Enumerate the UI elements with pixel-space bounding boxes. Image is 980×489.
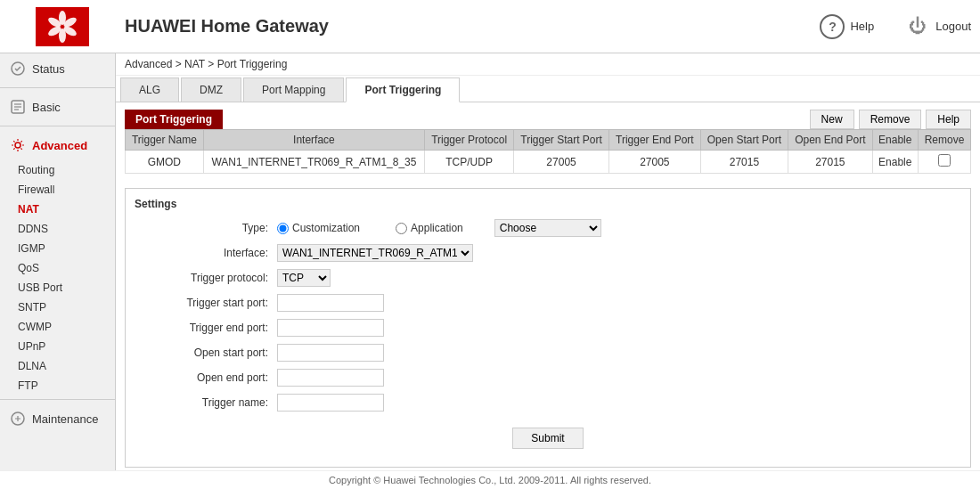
trigger-name-label: Trigger name:: [135, 396, 277, 409]
settings-title: Settings: [135, 198, 961, 210]
col-trigger-protocol: Trigger Protocol: [425, 130, 514, 151]
interface-row: Interface: WAN1_INTERNET_TR069_R_ATM1_8_…: [135, 244, 961, 262]
cell-open-start: 27015: [700, 151, 788, 174]
type-application-option[interactable]: Application: [396, 222, 463, 234]
col-enable: Enable: [872, 130, 918, 151]
trigger-end-port-row: Trigger end port:: [135, 319, 961, 337]
cell-interface: WAN1_INTERNET_TR069_R_ATM1_8_35: [203, 151, 424, 174]
trigger-name-row: Trigger name:: [135, 394, 961, 412]
cell-trigger-end: 27005: [608, 151, 700, 174]
sidebar-sub-routing[interactable]: Routing: [0, 160, 115, 180]
type-application-label: Application: [411, 222, 463, 234]
trigger-protocol-control: TCP UDP TCP/UDP: [277, 269, 961, 287]
main-layout: Status Basic Advanced Routing Firewall N…: [0, 53, 980, 489]
open-end-port-control: [277, 369, 961, 387]
submit-area: Submit: [135, 419, 961, 458]
sidebar-sub-upnp[interactable]: UPnP: [0, 337, 115, 356]
table-area: Port Triggering New Remove Help Trigger …: [116, 102, 980, 181]
sidebar-sub-usb-port[interactable]: USB Port: [0, 278, 115, 297]
tab-port-mapping[interactable]: Port Mapping: [243, 77, 344, 102]
logout-button[interactable]: ⏻ Logout: [905, 14, 971, 39]
type-row: Type: Customization Application Choose: [135, 219, 961, 237]
tab-alg[interactable]: ALG: [120, 77, 179, 102]
trigger-start-port-label: Trigger start port:: [135, 297, 277, 309]
type-control: Customization Application Choose: [277, 219, 961, 237]
help-button[interactable]: ? Help: [820, 14, 874, 39]
sidebar-advanced-label: Advanced: [32, 139, 87, 152]
type-application-radio[interactable]: [396, 223, 407, 234]
breadcrumb: Advanced > NAT > Port Triggering: [116, 53, 980, 76]
sidebar-status-label: Status: [32, 62, 65, 76]
trigger-start-port-input[interactable]: [277, 294, 384, 312]
cell-enable: Enable: [872, 151, 918, 174]
type-customization-radio[interactable]: [277, 223, 289, 234]
sidebar-maintenance-label: Maintenance: [32, 412, 98, 426]
submit-button[interactable]: Submit: [512, 428, 583, 449]
sidebar-sub-ddns[interactable]: DDNS: [0, 219, 115, 239]
table-body: GMOD WAN1_INTERNET_TR069_R_ATM1_8_35 TCP…: [126, 151, 971, 174]
help-table-button[interactable]: Help: [926, 110, 971, 129]
open-start-port-input[interactable]: [277, 344, 384, 362]
trigger-name-input[interactable]: [277, 394, 384, 412]
footer: Copyright © Huawei Technologies Co., Ltd…: [0, 470, 980, 489]
huawei-logo: [36, 7, 89, 46]
breadcrumb-advanced[interactable]: Advanced: [125, 58, 172, 70]
type-customization-option[interactable]: Customization: [277, 222, 360, 234]
trigger-end-port-input[interactable]: [277, 319, 384, 337]
sidebar-sub-firewall[interactable]: Firewall: [0, 180, 115, 200]
action-buttons: New Remove Help: [810, 110, 971, 129]
col-open-end-port: Open End Port: [788, 130, 872, 151]
sidebar-item-basic[interactable]: Basic: [0, 92, 115, 122]
section-title: Port Triggering: [125, 110, 223, 129]
sidebar-sub-sntp[interactable]: SNTP: [0, 297, 115, 317]
sidebar-basic-label: Basic: [32, 101, 61, 114]
open-end-port-input[interactable]: [277, 369, 384, 387]
app-title: HUAWEI Home Gateway: [125, 16, 820, 37]
trigger-protocol-label: Trigger protocol:: [135, 272, 277, 284]
interface-label: Interface:: [135, 247, 277, 259]
breadcrumb-sep2: >: [208, 58, 216, 70]
sidebar-sub-dlna[interactable]: DLNA: [0, 356, 115, 376]
breadcrumb-nat[interactable]: NAT: [184, 58, 205, 70]
sidebar-sub-qos[interactable]: QoS: [0, 258, 115, 278]
open-end-port-label: Open end port:: [135, 371, 277, 384]
col-trigger-name: Trigger Name: [126, 130, 204, 151]
svg-point-12: [15, 143, 20, 148]
logout-label: Logout: [935, 20, 971, 33]
maintenance-icon: [9, 410, 27, 428]
tab-port-triggering[interactable]: Port Triggering: [346, 77, 460, 102]
sidebar-item-maintenance[interactable]: Maintenance: [0, 403, 115, 434]
remove-checkbox[interactable]: [938, 154, 951, 167]
sidebar-sub-igmp[interactable]: IGMP: [0, 239, 115, 258]
cell-remove-checkbox[interactable]: [919, 151, 971, 174]
tab-dmz[interactable]: DMZ: [181, 77, 241, 102]
new-button[interactable]: New: [810, 110, 854, 129]
table-header-bar: Port Triggering New Remove Help: [125, 110, 971, 129]
cell-trigger-name: GMOD: [126, 151, 204, 174]
remove-button[interactable]: Remove: [859, 110, 922, 129]
sidebar-item-advanced[interactable]: Advanced: [0, 130, 115, 160]
content-area: Advanced > NAT > Port Triggering ALG DMZ…: [116, 53, 980, 489]
trigger-start-port-row: Trigger start port:: [135, 294, 961, 312]
sidebar-sub-cwmp[interactable]: CWMP: [0, 317, 115, 337]
header-actions: ? Help ⏻ Logout: [820, 14, 971, 39]
breadcrumb-port-triggering: Port Triggering: [217, 58, 288, 70]
settings-area: Settings Type: Customization Application…: [125, 188, 971, 468]
open-start-port-control: [277, 344, 961, 362]
trigger-protocol-select[interactable]: TCP UDP TCP/UDP: [277, 269, 331, 287]
open-end-port-row: Open end port:: [135, 369, 961, 387]
sidebar-sub-nat[interactable]: NAT: [0, 200, 115, 219]
header: HUAWEI Home Gateway ? Help ⏻ Logout: [0, 0, 980, 53]
trigger-protocol-row: Trigger protocol: TCP UDP TCP/UDP: [135, 269, 961, 287]
trigger-end-port-control: [277, 319, 961, 337]
open-start-port-label: Open start port:: [135, 346, 277, 359]
col-trigger-end-port: Trigger End Port: [608, 130, 700, 151]
tab-bar: ALG DMZ Port Mapping Port Triggering: [116, 77, 980, 102]
interface-select[interactable]: WAN1_INTERNET_TR069_R_ATM1_8_35: [277, 244, 473, 262]
sidebar-item-status[interactable]: Status: [0, 53, 115, 84]
choose-select[interactable]: Choose: [494, 219, 601, 237]
sidebar: Status Basic Advanced Routing Firewall N…: [0, 53, 116, 489]
open-start-port-row: Open start port:: [135, 344, 961, 362]
logo-area: [9, 7, 116, 46]
sidebar-sub-ftp[interactable]: FTP: [0, 376, 115, 395]
